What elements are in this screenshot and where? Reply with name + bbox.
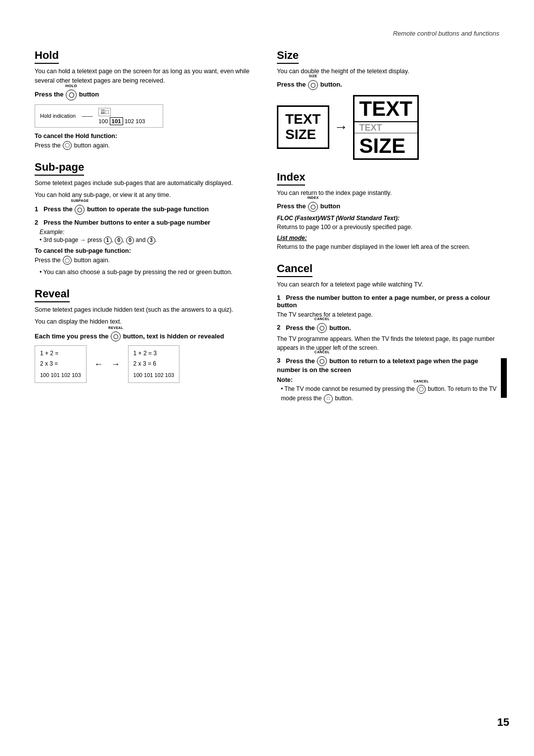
cancel-step2-icon[interactable]: CANCEL ◯ [317, 323, 327, 333]
reveal-line1: 1 + 2 = [40, 348, 81, 358]
size-box-normal: TEXT SIZE [277, 105, 329, 149]
page-number: 15 [497, 716, 509, 729]
size-top-half: TEXT [355, 96, 417, 122]
subpage-example: Example: • 3rd sub-page → press 1, 0, 0 … [40, 229, 257, 244]
reveal-line2: 2 x 3 = [40, 359, 81, 369]
size-box-big: TEXT TEXT SIZE [353, 95, 419, 160]
page-header: Remote control buttons and functions [35, 30, 499, 37]
hold-label-above: HOLD [65, 84, 77, 88]
arrow-right: → [111, 359, 120, 370]
subpage-cancel-title: To cancel the sub-page function: [35, 247, 257, 254]
subpage-cancel-text: Press the ◯ button again. [35, 256, 257, 265]
subpage-step1: 1 Press the SUBPAGE ◯ button to operate … [35, 205, 257, 215]
subpage-title: Sub-page [35, 161, 84, 176]
arrow-left: ← [94, 359, 103, 370]
reveal-diagrams: 1 + 2 = 2 x 3 = 100 101 102 103 ← → 1 + … [35, 345, 257, 382]
cancel-description: You can search for a teletext page while… [277, 280, 499, 289]
reveal-pages2: 100 101 102 103 [134, 371, 175, 380]
size-label-above: SIZE [309, 74, 317, 78]
subpage-step2: 2 Press the Number buttons to enter a su… [35, 219, 257, 226]
index-section: Index You can return to the index page i… [277, 171, 499, 251]
reveal-line3: 1 + 2 = 3 [134, 348, 175, 358]
floc-label: FLOC (Fastext)/WST (World Standard Text)… [277, 215, 499, 222]
cancel-step1-normal: The TV searches for a teletext page. [277, 310, 499, 319]
reveal-label-above: REVEAL [108, 326, 123, 331]
reveal-press-line: Each time you press the REVEAL ◯ button,… [35, 331, 257, 342]
hold-press-line: Press the HOLD ◯ button [35, 90, 257, 100]
size-bottom-half: SIZE [355, 134, 417, 158]
reveal-box-after: 1 + 2 = 3 2 x 3 = 6 100 101 102 103 [128, 345, 180, 382]
reveal-title: Reveal [35, 287, 70, 302]
hold-description: You can hold a teletext page on the scre… [35, 67, 257, 86]
reveal-box-before: 1 + 2 = 2 x 3 = 100 101 102 103 [35, 345, 87, 382]
index-button-icon[interactable]: INDEX ◯ [308, 202, 318, 212]
hold-button-icon[interactable]: HOLD ◯ [66, 90, 77, 100]
reveal-line4: 2 x 3 = 6 [134, 359, 175, 369]
list-mode-text: Returns to the page number displayed in … [277, 242, 499, 251]
size-diagram: TEXT SIZE → TEXT TEXT SIZE [277, 95, 499, 160]
reveal-button-icon[interactable]: REVEAL ◯ [111, 331, 121, 341]
size-section: Size You can double the height of the te… [277, 49, 499, 160]
subpage-button-icon[interactable]: SUBPAGE ◯ [75, 205, 85, 215]
subpage-label-above: SUBPAGE [71, 199, 89, 202]
cancel-step3-icon[interactable]: CANCEL ◯ [317, 356, 327, 366]
size-press-line: Press the SIZE ◯ button. [277, 80, 499, 90]
highlighted-101: 101 [110, 117, 123, 125]
list-mode-label: List mode: [277, 235, 499, 241]
floc-text: Returns to page 100 or a previously spec… [277, 223, 499, 232]
right-column: Size You can double the height of the te… [277, 49, 499, 414]
left-column: Hold You can hold a teletext page on the… [35, 49, 257, 414]
reveal-pages1: 100 101 102 103 [40, 371, 81, 380]
hold-diagram: Hold indication —— ☰□ 100 101 102 103 [35, 104, 163, 128]
subpage-section: Sub-page Some teletext pages include sub… [35, 161, 257, 277]
hold-cancel-text: Press the ◯ button again. [35, 141, 257, 150]
cancel-step3: 3 Press the CANCEL ◯ button to return to… [277, 356, 499, 374]
subpage-desc1: Some teletext pages include sub-pages th… [35, 179, 257, 188]
index-press-line: Press the INDEX ◯ button [277, 202, 499, 212]
size-mid-half: TEXT [355, 122, 417, 134]
header-title: Remote control buttons and functions [393, 30, 499, 37]
subpage-cancel-icon[interactable]: ◯ [63, 256, 72, 265]
hold-cancel-title: To cancel the Hold function: [35, 133, 257, 140]
note-label: Note: [277, 377, 499, 383]
reveal-section: Reveal Some teletext pages include hidde… [35, 287, 257, 383]
cancel-note-icon1[interactable]: CANCEL ◯ [417, 385, 426, 394]
hold-indication-label: Hold indication [40, 113, 76, 119]
cancel-step2-normal: The TV programme appears. When the TV fi… [277, 334, 499, 352]
size-arrow: → [334, 119, 348, 135]
cancel-step2: 2 Press the CANCEL ◯ button. The TV prog… [277, 323, 499, 352]
index-title: Index [277, 171, 305, 186]
hold-icon-box: ☰□ [98, 108, 111, 116]
hold-title: Hold [35, 49, 59, 64]
cancel-label-above: CANCEL [314, 317, 330, 321]
example-content: • 3rd sub-page → press 1, 0, 0 and 3. [40, 236, 257, 244]
reveal-desc1: Some teletext pages include hidden text … [35, 305, 257, 315]
hold-page-numbers: 100 101 102 103 [98, 118, 145, 124]
size-title: Size [277, 49, 299, 64]
reveal-desc2: You can display the hidden text. [35, 317, 257, 327]
cancel-section: Cancel You can search for a teletext pag… [277, 262, 499, 403]
cancel-note-label-above: CANCEL [413, 379, 429, 384]
subpage-bullet: • You can also choose a sub-page by pres… [40, 268, 257, 277]
example-label: Example: [40, 229, 257, 236]
cancel-note-icon2[interactable]: □ [324, 394, 333, 403]
sidebar-bar [501, 358, 507, 398]
size-button-icon[interactable]: SIZE ◯ [308, 80, 318, 90]
cancel-step3-label-above: CANCEL [314, 350, 330, 354]
subpage-desc2: You can hold any sub-page, or view it at… [35, 190, 257, 200]
page: Remote control buttons and functions Hol… [0, 0, 534, 756]
cancel-title: Cancel [277, 262, 312, 277]
index-label-above: INDEX [308, 196, 319, 199]
hold-cancel-icon[interactable]: ◯ [63, 141, 72, 150]
hold-section: Hold You can hold a teletext page on the… [35, 49, 257, 150]
cancel-step1: 1 Press the number button to enter a pag… [277, 294, 499, 319]
note-bullet: • The TV mode cannot be resumed by press… [281, 384, 499, 403]
